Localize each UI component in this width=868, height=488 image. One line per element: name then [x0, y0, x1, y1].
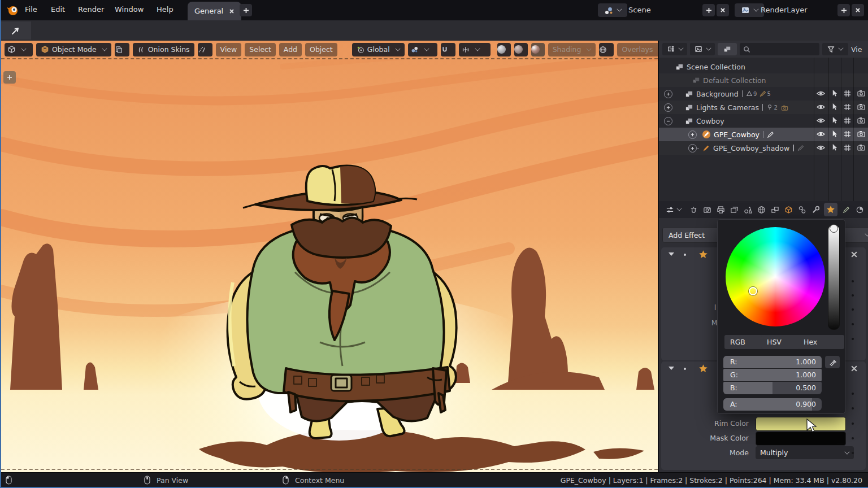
- eye-icon[interactable]: [817, 145, 825, 151]
- tab-constraints[interactable]: [797, 203, 807, 216]
- row-restrictions[interactable]: [814, 103, 868, 111]
- grid-icon[interactable]: [844, 130, 851, 138]
- camera-icon[interactable]: [857, 130, 865, 137]
- pointer-icon[interactable]: [831, 116, 838, 124]
- menu-file[interactable]: File: [25, 5, 37, 14]
- active-tool-button[interactable]: [0, 21, 31, 40]
- panel-expand-icon[interactable]: [669, 367, 674, 370]
- blender-logo-icon[interactable]: [6, 3, 19, 17]
- grease-pencil-copy-button[interactable]: [115, 43, 129, 56]
- menu-window[interactable]: Window: [115, 5, 144, 14]
- pointer-icon[interactable]: [831, 130, 838, 138]
- outliner-view-menu[interactable]: Vie: [851, 45, 865, 54]
- scene-selector[interactable]: [598, 3, 627, 17]
- shading-dropdown[interactable]: Shading: [548, 43, 596, 56]
- color-wheel-cursor[interactable]: [749, 287, 757, 295]
- pointer-icon[interactable]: [831, 103, 838, 111]
- properties-editor-type-button[interactable]: [662, 203, 685, 216]
- new-scene-button[interactable]: [702, 4, 715, 16]
- animate-dot[interactable]: [852, 437, 854, 439]
- row-restrictions[interactable]: [814, 89, 868, 97]
- render-layer-name[interactable]: RenderLayer: [761, 6, 808, 14]
- remove-effect-icon[interactable]: [850, 251, 858, 258]
- animate-dot[interactable]: [852, 452, 854, 454]
- channel-r-slider[interactable]: R:1.000: [723, 356, 822, 368]
- proportional-editing-dropdown[interactable]: [459, 43, 491, 56]
- tab-output[interactable]: [715, 203, 726, 216]
- mode-dropdown[interactable]: Multiply: [756, 446, 854, 459]
- tab-material[interactable]: [854, 203, 865, 216]
- close-tab-icon[interactable]: [229, 8, 235, 14]
- editor-type-button[interactable]: [5, 43, 33, 56]
- tab-data[interactable]: [841, 203, 851, 216]
- menu-add[interactable]: Add: [279, 43, 302, 56]
- collapse-icon[interactable]: [664, 117, 672, 125]
- tab-tool[interactable]: [688, 203, 698, 216]
- onion-skins-button[interactable]: Onion Skins: [133, 43, 194, 56]
- menu-view[interactable]: View: [216, 43, 242, 56]
- tab-collection[interactable]: [770, 203, 780, 216]
- camera-icon[interactable]: [857, 90, 865, 97]
- channel-g-slider[interactable]: G:1.000: [723, 369, 822, 381]
- outliner-search-input[interactable]: [740, 43, 819, 55]
- animate-dot[interactable]: [852, 323, 854, 325]
- tab-object[interactable]: [783, 203, 793, 216]
- eye-icon[interactable]: [817, 90, 825, 97]
- tab-effects[interactable]: [824, 203, 837, 216]
- camera-icon[interactable]: [857, 117, 865, 124]
- animate-dot[interactable]: [852, 280, 854, 282]
- expand-icon[interactable]: [664, 103, 672, 112]
- mask-color-swatch[interactable]: [756, 432, 846, 446]
- tab-modifiers[interactable]: [810, 203, 821, 216]
- animate-dot[interactable]: [852, 294, 854, 297]
- animate-dot[interactable]: [852, 422, 854, 425]
- shading-solid-button[interactable]: [497, 43, 511, 56]
- outliner-editor-type-button[interactable]: [662, 43, 687, 55]
- expand-icon[interactable]: [664, 90, 672, 98]
- scene-collection-filter-button[interactable]: [718, 43, 737, 55]
- menu-render[interactable]: Render: [78, 5, 104, 14]
- pointer-icon[interactable]: [831, 143, 838, 151]
- add-workspace-button[interactable]: [240, 4, 252, 16]
- workspace-tab-general[interactable]: General: [188, 2, 241, 20]
- channel-b-slider[interactable]: B:0.500: [723, 382, 822, 394]
- outliner-row-default-collection[interactable]: Default Collection: [659, 73, 868, 87]
- value-slider-handle[interactable]: [830, 224, 838, 233]
- add-render-layer-button[interactable]: [837, 4, 850, 16]
- snap-target-dropdown[interactable]: [408, 43, 437, 56]
- unlink-scene-button[interactable]: [717, 4, 729, 16]
- expand-icon[interactable]: [688, 130, 697, 139]
- eye-icon[interactable]: [817, 117, 825, 124]
- scene-name[interactable]: Scene: [628, 6, 651, 14]
- menu-object[interactable]: Object: [305, 43, 337, 56]
- animate-dot[interactable]: [852, 308, 854, 311]
- outliner-row-scene-collection[interactable]: Scene Collection: [659, 60, 868, 73]
- tab-view-layer[interactable]: [729, 203, 739, 216]
- menu-edit[interactable]: Edit: [51, 5, 65, 14]
- transform-orientation-dropdown[interactable]: Global: [352, 43, 405, 56]
- menu-select[interactable]: Select: [245, 43, 276, 56]
- toolbar-expand-button[interactable]: [3, 71, 16, 84]
- remove-effect-icon[interactable]: [850, 365, 858, 372]
- tab-render[interactable]: [702, 203, 712, 216]
- pointer-icon[interactable]: [831, 89, 838, 97]
- shading-rendered-button[interactable]: [531, 43, 545, 56]
- value-slider[interactable]: [828, 225, 840, 330]
- tab-world[interactable]: [756, 203, 766, 216]
- eye-icon[interactable]: [817, 131, 825, 137]
- eyedropper-button[interactable]: [825, 356, 840, 368]
- animate-dot[interactable]: [852, 393, 854, 395]
- mode-dropdown[interactable]: Object Mode: [36, 43, 111, 56]
- grid-icon[interactable]: [844, 90, 851, 97]
- row-restrictions[interactable]: [814, 143, 868, 151]
- stroke-placement-button[interactable]: [198, 43, 212, 56]
- animate-dot[interactable]: [852, 338, 854, 340]
- expand-icon[interactable]: [688, 144, 697, 152]
- row-restrictions[interactable]: [814, 130, 868, 138]
- panel-expand-icon[interactable]: [669, 252, 674, 256]
- menu-help[interactable]: Help: [157, 5, 173, 14]
- overlays-toggle-button[interactable]: [599, 43, 614, 56]
- remove-render-layer-button[interactable]: [852, 4, 864, 16]
- tab-scene[interactable]: [743, 203, 753, 216]
- viewport-3d[interactable]: Object Mode Onion Skins View Select Add …: [1, 41, 658, 472]
